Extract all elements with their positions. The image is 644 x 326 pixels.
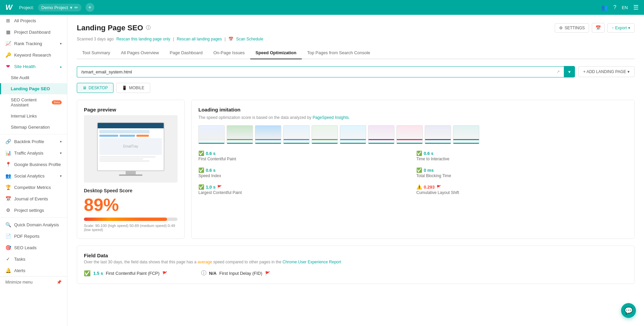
- separator: [0, 134, 67, 134]
- add-project-button[interactable]: +: [86, 3, 94, 12]
- sidebar-item-rank-tracking[interactable]: 📈 Rank Tracking ▾: [0, 38, 67, 49]
- sidebar-item-pdf-reports[interactable]: 📄 PDF Reports: [0, 230, 67, 242]
- minimize-menu[interactable]: Minimize menu 📌: [0, 276, 67, 288]
- sidebar-item-alerts[interactable]: 🔔 Alerts: [0, 265, 67, 276]
- sidebar-item-project-dashboard[interactable]: ▦ Project Dashboard: [0, 26, 67, 38]
- tab-all-pages[interactable]: All Pages Overview: [116, 47, 164, 59]
- chevron-icon: ▾: [60, 151, 62, 155]
- loading-frame-7: [368, 125, 394, 144]
- metric-value: ✅ 1.0 s 🚩: [198, 184, 410, 190]
- calendar-icon: 📅: [5, 196, 11, 201]
- metric-tbt: ✅ 0 ms Total Blocking Time: [416, 167, 627, 178]
- sidebar-item-keyword-research[interactable]: 🔑 Keyword Research: [0, 49, 67, 61]
- external-link-icon[interactable]: ↗: [556, 69, 560, 74]
- settings-button[interactable]: ⚙ SETTINGS: [555, 23, 589, 33]
- lang-selector[interactable]: EN: [622, 5, 628, 10]
- sidebar-label: SEO Content Assistant: [11, 97, 47, 107]
- rescan-all-link[interactable]: Rescan all landing pages: [177, 37, 222, 41]
- sidebar-item-sitemap-generation[interactable]: Sitemap Generation: [0, 122, 67, 133]
- sidebar-item-journal-events[interactable]: 📅 Journal of Events: [0, 193, 67, 204]
- calendar-button[interactable]: 📅: [592, 23, 605, 33]
- sidebar-item-competitor-metrics[interactable]: 🏆 Competitor Metrics: [0, 182, 67, 193]
- flag-icon: 🚩: [217, 185, 222, 189]
- sidebar-label: Rank Tracking: [14, 41, 42, 46]
- chrome-ux-link[interactable]: Chrome User Experience Report: [283, 260, 341, 264]
- url-dropdown-button[interactable]: ▾: [564, 66, 575, 77]
- sidebar-item-site-audit[interactable]: Site Audit: [0, 72, 67, 83]
- page-header: Landing Page SEO ⓘ ⚙ SETTINGS 📅 ↑ Export: [77, 23, 635, 33]
- help-icon[interactable]: ?: [613, 4, 616, 10]
- sidebar-label: Social Analytics: [14, 173, 44, 178]
- link-icon: 🔗: [5, 139, 11, 144]
- logo: W: [5, 3, 12, 12]
- sidebar-item-internal-links[interactable]: Internal Links: [0, 110, 67, 122]
- rescan-page-link[interactable]: Rescan this landing page only: [116, 37, 170, 41]
- check-icon: ✅: [84, 270, 91, 276]
- sidebar-item-traffic-analysis[interactable]: 📊 Traffic Analysis ▾: [0, 147, 67, 159]
- metric-speed-index: ✅ 0.6 s Speed Index: [198, 167, 410, 178]
- minimize-label: Minimize menu: [5, 280, 33, 285]
- target-icon: 🎯: [5, 245, 11, 250]
- desktop-tab[interactable]: 🖥 DESKTOP: [77, 83, 114, 93]
- sidebar-label: Traffic Analysis: [14, 151, 43, 156]
- sidebar-item-quick-domain[interactable]: 🔍 Quick Domain Analysis: [0, 219, 67, 230]
- mobile-tab[interactable]: 📱 MOBILE: [116, 83, 150, 93]
- url-input[interactable]: /smart_email_system.html ↗: [77, 66, 564, 77]
- tab-on-page-issues[interactable]: On-Page Issues: [208, 47, 250, 59]
- sidebar-item-project-settings[interactable]: ⚙ Project settings: [0, 204, 67, 216]
- pagespeed-link[interactable]: PageSpeed Insights.: [313, 115, 350, 120]
- sidebar-item-all-projects[interactable]: ⊞ All Projects: [0, 15, 67, 26]
- flag-icon: 🚩: [437, 185, 441, 189]
- sidebar-label: Google Business Profile: [14, 162, 61, 167]
- check-icon: ✅: [198, 151, 204, 156]
- tab-page-dashboard[interactable]: Page Dashboard: [164, 47, 208, 59]
- loading-frame-1: [198, 125, 225, 144]
- sidebar-item-google-business[interactable]: 📍 Google Business Profile: [0, 159, 67, 170]
- field-data-section: Field Data Over the last 30 days, the fi…: [77, 246, 635, 284]
- add-landing-page-button[interactable]: + ADD LANDING PAGE ▾: [578, 66, 635, 77]
- project-selector[interactable]: Demo Project ▾ ✏: [38, 4, 82, 11]
- preview-panel-title: Page preview: [84, 107, 178, 112]
- avg-text: average: [198, 260, 212, 264]
- metric-label: Total Blocking Time: [416, 173, 627, 178]
- sidebar-item-site-health[interactable]: ❤ Site Health ▴: [0, 61, 67, 72]
- sidebar: ⊞ All Projects ▦ Project Dashboard 📈 Ran…: [0, 15, 67, 326]
- sidebar-item-seo-content-assistant[interactable]: SEO Content Assistant Beta: [0, 94, 67, 110]
- metrics-grid: ✅ 0.6 s First Contentful Paint ✅ 0.6 s: [198, 151, 627, 195]
- tab-speed-optimization[interactable]: Speed Optimization: [250, 47, 302, 59]
- help-icon[interactable]: ⓘ: [146, 25, 151, 31]
- metric-label: First Contentful Paint: [198, 157, 410, 161]
- sidebar-item-social-analytics[interactable]: 👥 Social Analytics ▾: [0, 170, 67, 182]
- beta-badge: Beta: [52, 100, 62, 104]
- check-icon: ✅: [416, 167, 422, 173]
- scan-schedule-link[interactable]: Scan Schedule: [236, 37, 263, 41]
- chevron-down-icon: ▾: [70, 5, 72, 10]
- metric-label: First Input Delay (FID): [219, 271, 262, 276]
- sidebar-item-landing-page-seo[interactable]: Landing Page SEO: [0, 83, 67, 94]
- chat-button[interactable]: 💬: [621, 303, 636, 318]
- sidebar-label: Internal Links: [11, 113, 37, 119]
- menu-icon[interactable]: ☰: [633, 4, 639, 11]
- scanned-text: Scanned 3 days ago: [77, 37, 114, 41]
- metric-label: Cumulative Layout Shift: [416, 190, 627, 195]
- users-icon[interactable]: 👥: [601, 4, 608, 11]
- sidebar-label: Tasks: [14, 257, 25, 262]
- metric-label: Time to Interactive: [416, 157, 627, 161]
- sidebar-label: Sitemap Generation: [11, 125, 50, 130]
- metric-cls: ⚠️ 0.293 🚩 Cumulative Layout Shift: [416, 184, 627, 195]
- tab-tool-summary[interactable]: Tool Summary: [77, 47, 116, 59]
- sidebar-label: Alerts: [14, 268, 25, 273]
- sidebar-item-seo-leads[interactable]: 🎯 SEO Leads: [0, 242, 67, 253]
- speed-bar-fill: [84, 218, 167, 221]
- sidebar-item-backlink-profile[interactable]: 🔗 Backlink Profile ▾: [0, 136, 67, 147]
- speed-score-label: Desktop Speed Score: [84, 188, 178, 193]
- sidebar-item-tasks[interactable]: ✓ Tasks: [0, 253, 67, 265]
- export-button[interactable]: ↑ Export ▾: [607, 23, 635, 33]
- field-data-title: Field Data: [84, 253, 627, 258]
- loading-frame-6: [340, 125, 366, 144]
- desktop-icon: 🖥: [83, 86, 87, 90]
- tab-top-pages[interactable]: Top Pages from Search Console: [302, 47, 376, 59]
- search-icon: 🔍: [5, 222, 11, 227]
- check-icon: ✅: [198, 184, 204, 190]
- check-icon: ✓: [5, 256, 11, 262]
